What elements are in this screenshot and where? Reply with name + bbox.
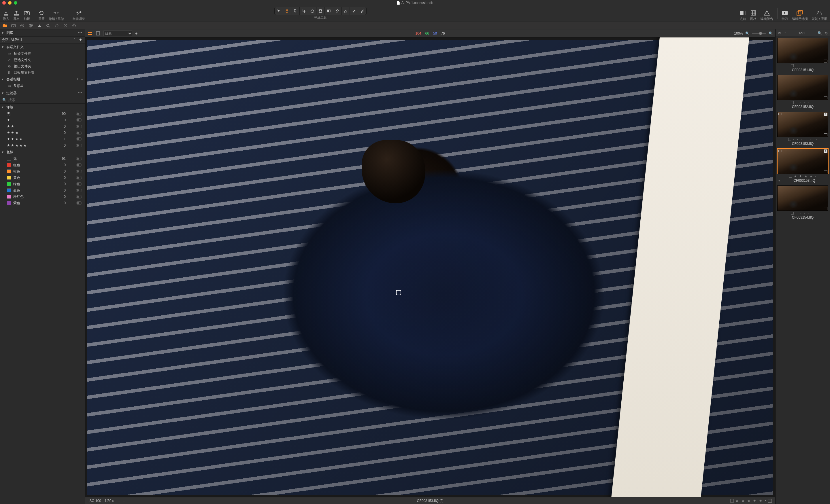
heal-tool[interactable] <box>333 7 342 15</box>
sort-icon[interactable]: ↕ <box>784 31 786 35</box>
session-selector[interactable]: 会话: ALPA-1 ⌃ + <box>0 36 85 43</box>
add-album-icon[interactable]: + <box>77 77 79 81</box>
toggle-icon[interactable] <box>76 201 82 205</box>
more-icon[interactable]: ••• <box>78 31 83 35</box>
color-tag-picker[interactable] <box>730 499 734 503</box>
toggle-icon[interactable] <box>76 137 82 141</box>
thumbnail[interactable]: · · · · ·CF003151.IIQ <box>777 38 828 72</box>
colorlabel-header[interactable]: ▾色标 <box>0 148 85 156</box>
expand-icon[interactable]: » <box>815 137 817 141</box>
color-picker-tool[interactable] <box>291 7 300 15</box>
copy-apply-button[interactable]: 复制 / 应用 <box>812 10 827 21</box>
colorlabel-pink[interactable]: 粉红色0 <box>0 194 85 200</box>
thumb-rating[interactable]: · · · · · <box>793 137 812 141</box>
colorlabel-red[interactable]: 红色0 <box>0 162 85 168</box>
trash-folder[interactable]: 🗑回收箱文件夹 <box>0 69 85 76</box>
more-icon[interactable]: ••• <box>78 91 83 95</box>
toggle-icon[interactable] <box>76 125 82 128</box>
thumbnail-image[interactable] <box>777 75 828 100</box>
rotate-tool[interactable] <box>308 7 316 15</box>
tab-output[interactable] <box>71 23 77 28</box>
rating-dot[interactable]: • <box>765 499 766 503</box>
filters-header[interactable]: ▾过滤器••• <box>0 90 85 97</box>
color-tag[interactable] <box>791 101 794 104</box>
thumb-rating[interactable]: · · · · · <box>795 211 815 215</box>
thumbnail-list[interactable]: · · · · ·CF003151.IIQ· · · · ·CF003152.I… <box>775 37 830 504</box>
colorlabel-orange[interactable]: 橙色0 <box>0 168 85 174</box>
thumbnail[interactable]: 2★ ★ ★ ★ ·«CF003153.IIQ <box>777 148 828 182</box>
thumb-rating[interactable]: ★ ★ ★ ★ · <box>794 174 817 178</box>
erase-tool[interactable] <box>342 7 350 15</box>
remove-album-icon[interactable]: − <box>81 77 83 81</box>
tab-exposure[interactable] <box>37 23 42 28</box>
viewport[interactable] <box>85 37 775 497</box>
tab-color[interactable] <box>28 23 33 28</box>
thumbnail-image[interactable]: 1 <box>777 112 828 137</box>
thumbnail[interactable]: 1· · · · ·»CF003153.IIQ <box>777 112 828 146</box>
toggle-icon[interactable] <box>76 170 82 173</box>
tab-lens[interactable] <box>20 23 25 28</box>
toggle-icon[interactable] <box>76 131 82 134</box>
toggle-icon[interactable] <box>76 144 82 147</box>
tab-local[interactable] <box>54 23 59 28</box>
rating-1[interactable]: ★0 <box>0 117 85 123</box>
thumb-rating[interactable]: · · · · · <box>795 64 815 68</box>
zoom-in-icon[interactable]: 🔍 <box>769 31 773 35</box>
zoom-value[interactable]: 100% <box>734 31 743 35</box>
import-button[interactable]: 导入 <box>3 10 9 21</box>
toggle-icon[interactable] <box>76 176 82 179</box>
edit-selected-button[interactable]: 编辑已选项 <box>792 10 808 21</box>
output-folder[interactable]: ⚙输出文件夹 <box>0 63 85 69</box>
color-tag[interactable] <box>788 138 791 141</box>
toggle-icon[interactable] <box>76 195 82 198</box>
toggle-icon[interactable] <box>76 119 82 122</box>
rating-picker[interactable]: ★ ★ ★ ★ ★ <box>735 499 763 503</box>
capture-folder[interactable]: ▭拍摄文件夹 <box>0 51 85 57</box>
crop-tool[interactable] <box>300 7 308 15</box>
eye-icon[interactable]: 👁 <box>778 31 781 35</box>
search-more-icon[interactable]: ⋯ <box>79 98 83 102</box>
rating-5[interactable]: ★ ★ ★ ★ ★0 <box>0 142 85 148</box>
thumbnail-image[interactable]: 2 <box>777 148 828 174</box>
session-folders-header[interactable]: ▾会话文件夹 <box>0 43 85 51</box>
keystone-tool[interactable] <box>316 7 325 15</box>
zoom-out-icon[interactable]: 🔍 <box>745 31 749 35</box>
toggle-icon[interactable] <box>76 182 82 186</box>
colorlabel-yellow[interactable]: 黄色0 <box>0 174 85 181</box>
tab-capture[interactable] <box>11 23 16 28</box>
stack-icon[interactable] <box>768 499 772 503</box>
browser-search-icon[interactable]: 🔍 <box>818 31 822 35</box>
browser-zoom-icon[interactable]: ⊙ <box>825 31 828 35</box>
tab-metadata[interactable] <box>63 23 68 28</box>
add-variant-icon[interactable]: + <box>135 31 137 36</box>
toggle-icon[interactable] <box>76 112 82 115</box>
thumbnail[interactable]: · · · · ·CF003154.IIQ <box>777 186 828 220</box>
library-header[interactable]: ▾图库••• <box>0 29 85 36</box>
rating-2[interactable]: ★ ★0 <box>0 123 85 130</box>
filter-search[interactable]: 🔍 ⋯ <box>0 97 85 103</box>
reset-button[interactable]: 重置 <box>38 10 45 21</box>
add-session-icon[interactable]: + <box>78 37 83 42</box>
capture-button[interactable]: 拍摄 <box>24 10 30 21</box>
gradient-tool[interactable] <box>325 7 333 15</box>
view-grid-icon[interactable] <box>87 31 93 36</box>
colorlabel-none[interactable]: 无91 <box>0 156 85 162</box>
album-5star[interactable]: ▭5 颗星 <box>0 83 85 89</box>
window-close[interactable] <box>2 1 6 5</box>
search-input[interactable] <box>8 98 77 102</box>
view-single-icon[interactable] <box>95 31 101 36</box>
colorlabel-purple[interactable]: 紫色0 <box>0 200 85 206</box>
auto-adjust-button[interactable]: 自动调整 <box>72 10 85 21</box>
before-after-button[interactable]: 之前 <box>740 10 746 21</box>
rating-3[interactable]: ★ ★ ★0 <box>0 130 85 136</box>
window-minimize[interactable] <box>8 1 11 5</box>
thumb-rating[interactable]: · · · · · <box>795 101 815 105</box>
color-tag[interactable] <box>791 64 794 67</box>
toggle-icon[interactable] <box>76 157 82 160</box>
variant-select[interactable]: 背景 <box>103 31 132 36</box>
color-tag[interactable] <box>791 212 794 214</box>
selected-folder[interactable]: ↗已选文件夹 <box>0 57 85 63</box>
collapse-icon[interactable]: « <box>777 178 780 182</box>
thumbnail-image[interactable] <box>777 38 828 63</box>
hand-tool[interactable] <box>283 7 291 15</box>
